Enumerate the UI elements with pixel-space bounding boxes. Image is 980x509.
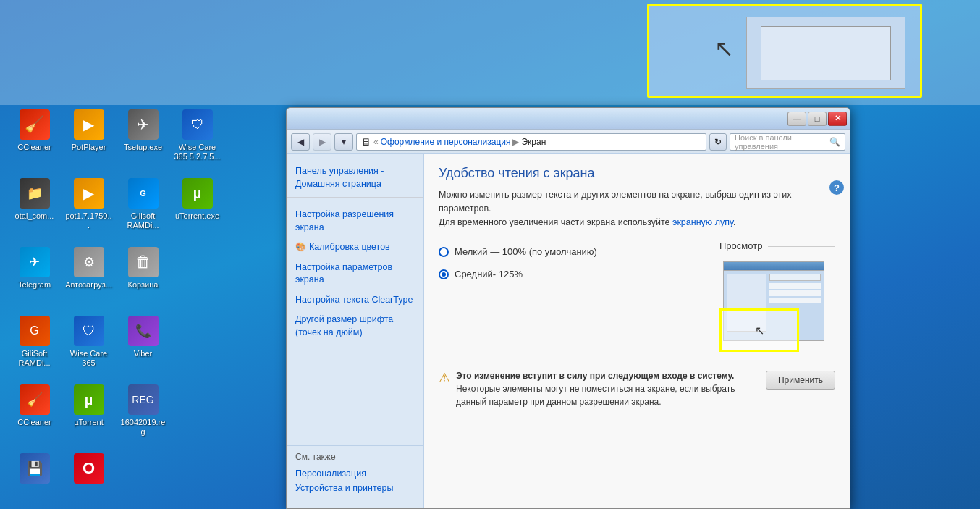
- utorrent-label: uTorrent.exe: [175, 211, 219, 221]
- desktop-icon-ccleaner[interactable]: 🧹 CCleaner: [7, 105, 62, 174]
- viber-icon: 📞: [128, 316, 159, 346]
- sidebar-link-fontsize[interactable]: Другой размер шрифта (точек на дюйм): [287, 310, 423, 342]
- titlebar: — □ ✕: [287, 108, 850, 130]
- total-icon: 📁: [20, 178, 50, 209]
- minimize-button[interactable]: —: [787, 112, 806, 126]
- preview-label: Просмотр: [719, 240, 762, 251]
- desktop-icon-utorrent2[interactable]: µ µTorrent: [62, 380, 116, 449]
- page-description: Можно изменить размер текста и других эл…: [439, 188, 835, 229]
- apply-button[interactable]: Применить: [766, 371, 835, 390]
- opera-icon: O: [74, 453, 104, 484]
- warning-section: ⚠ Это изменение вступит в силу при следу…: [439, 363, 835, 414]
- top-preview-highlight-box: ↖: [647, 4, 922, 98]
- breadcrumb-prefix: «: [373, 137, 379, 147]
- preview-cursor-icon: ↖: [755, 324, 764, 337]
- sidebar-link-cleartype[interactable]: Настройка текста ClearType: [287, 290, 423, 311]
- preview-yellow-highlight: ↖: [719, 308, 799, 352]
- option-small[interactable]: Мелкий — 100% (по умолчанию): [439, 240, 708, 263]
- pot-icon: ▶: [74, 178, 104, 209]
- warning-text: Это изменение вступит в силу при следующ…: [456, 369, 760, 408]
- desktop-icon-utorrent[interactable]: µ uTorrent.exe: [170, 174, 224, 243]
- preview-mini-window-top: [746, 17, 905, 89]
- gilisoft-icon: G: [128, 178, 159, 209]
- reg-icon: REG: [128, 384, 159, 415]
- forward-button[interactable]: ▶: [313, 133, 331, 151]
- maximize-button[interactable]: □: [808, 112, 827, 126]
- potplayer-label: PotPlayer: [72, 143, 106, 152]
- desktop-icon-korzina[interactable]: 🗑 Корзина: [116, 243, 170, 311]
- ccleaner2-label: CCleaner: [17, 418, 51, 427]
- utorrent-icon: µ: [182, 178, 213, 209]
- sidebar: Панель управления - Домашняя страница На…: [287, 154, 424, 508]
- wisecare2-icon: 🛡: [74, 316, 104, 346]
- sidebar-link-calibration[interactable]: 🎨 Калибровка цветов: [287, 237, 423, 258]
- see-also-title: См. также: [295, 452, 415, 462]
- help-button[interactable]: ?: [829, 180, 844, 195]
- cursor-icon-top: ↖: [714, 35, 734, 62]
- avtozagr-icon: ⚙: [74, 247, 104, 277]
- option-small-label: Мелкий — 100% (по умолчанию): [455, 246, 597, 257]
- wisecare2-label: Wise Care 365: [64, 349, 113, 368]
- desktop-icon-wisecare[interactable]: 🛡 Wise Care 365 5.2.7.5...: [170, 105, 224, 174]
- search-icon: 🔍: [829, 137, 840, 147]
- telegram-icon: ✈: [20, 247, 50, 277]
- korzina-label: Корзина: [128, 280, 159, 290]
- desktop-icon-tsetup[interactable]: ✈ Tsetup.exe: [116, 105, 170, 174]
- search-placeholder: Поиск в панели управления: [735, 133, 829, 151]
- back-button[interactable]: ◀: [291, 133, 310, 151]
- desktop-icon-opera[interactable]: O: [62, 449, 116, 509]
- dropdown-button[interactable]: ▾: [334, 133, 353, 151]
- desktop-icon-gilisoft[interactable]: G Gilisoft RAMDi...: [116, 174, 170, 243]
- radio-medium[interactable]: [439, 269, 449, 279]
- refresh-button[interactable]: ↻: [709, 133, 727, 151]
- utorrent2-icon: µ: [74, 384, 104, 415]
- desktop-icon-wisecare2[interactable]: 🛡 Wise Care 365: [62, 311, 116, 380]
- desktop-icon-total[interactable]: 📁 otal_com...: [7, 174, 62, 243]
- see-also-personalization[interactable]: Персонализация: [295, 466, 415, 481]
- breadcrumb-icon: 🖥: [361, 136, 371, 148]
- preview-mini-inner-top: [761, 26, 891, 80]
- desktop-icon-avtozagr[interactable]: ⚙ Автозагруз...: [62, 243, 116, 311]
- preview-panel: Просмотр: [719, 240, 835, 352]
- pot-label: pot1.7.1750...: [64, 211, 113, 230]
- desktop-icon-floppy[interactable]: 💾: [7, 449, 62, 509]
- desktop-icon-pot[interactable]: ▶ pot1.7.1750...: [62, 174, 116, 243]
- desktop-icon-viber[interactable]: 📞 Viber: [116, 311, 170, 380]
- search-bar[interactable]: Поиск в панели управления 🔍: [730, 133, 845, 151]
- sidebar-link-resolution[interactable]: Настройка разрешения экрана: [287, 205, 423, 237]
- desktop-icons-container: 🧹 CCleaner ▶ PotPlayer ✈ Tsetup.exe 🛡 Wi…: [7, 105, 224, 509]
- avtozagr-label: Автозагруз...: [65, 280, 112, 290]
- close-button[interactable]: ✕: [828, 112, 847, 126]
- magnifier-link[interactable]: экранную лупу: [672, 217, 733, 227]
- breadcrumb-link[interactable]: Оформление и персонализация: [381, 137, 511, 147]
- control-panel-window: — □ ✕ ◀ ▶ ▾ 🖥 « Оформление и персонализа…: [286, 107, 850, 509]
- floppy-icon: 💾: [20, 453, 50, 484]
- warning-text-line2: Некоторые элементы могут не поместиться …: [456, 384, 735, 407]
- wisecare-label: Wise Care 365 5.2.7.5...: [173, 143, 221, 161]
- option-medium[interactable]: Средний- 125%: [439, 263, 708, 285]
- radio-small[interactable]: [439, 247, 449, 257]
- desktop: KONEKTO.RU ↖ 🧹 CCleaner ▶ PotPlayer ✈ Ts…: [0, 0, 980, 509]
- viber-label: Viber: [134, 349, 152, 358]
- page-desc-line1: Можно изменить размер текста и других эл…: [439, 190, 792, 214]
- addressbar: ◀ ▶ ▾ 🖥 « Оформление и персонализация ▶ …: [287, 130, 850, 154]
- see-also-section: См. также Персонализация Устройства и пр…: [287, 445, 423, 501]
- desktop-icon-reg[interactable]: REG 16042019.reg: [116, 380, 170, 449]
- sidebar-home-link[interactable]: Панель управления - Домашняя страница: [287, 161, 423, 194]
- desktop-icon-ccleaner2[interactable]: 🧹 CCleaner: [7, 380, 62, 449]
- breadcrumb-current: Экран: [521, 137, 546, 147]
- sidebar-link-calibration-text: Калибровка цветов: [309, 241, 390, 254]
- radio-options: Мелкий — 100% (по умолчанию) Средний- 12…: [439, 240, 708, 285]
- sidebar-link-params[interactable]: Настройка параметров экрана: [287, 258, 423, 290]
- top-preview-region: ↖: [0, 0, 980, 105]
- gilisoft2-label: GiliSoft RAMDi...: [10, 349, 59, 368]
- desktop-icon-potplayer[interactable]: ▶ PotPlayer: [62, 105, 116, 174]
- calibration-icon: 🎨: [295, 241, 306, 253]
- desktop-icon-gilisoft2[interactable]: G GiliSoft RAMDi...: [7, 311, 62, 380]
- see-also-devices[interactable]: Устройства и принтеры: [295, 481, 415, 495]
- wisecare-icon: 🛡: [182, 109, 213, 140]
- sidebar-link-resolution-text: Настройка разрешения экрана: [295, 209, 415, 234]
- desktop-icon-telegram[interactable]: ✈ Telegram: [7, 243, 62, 311]
- total-label: otal_com...: [15, 211, 54, 221]
- preview-screenshot: ↖: [719, 254, 824, 352]
